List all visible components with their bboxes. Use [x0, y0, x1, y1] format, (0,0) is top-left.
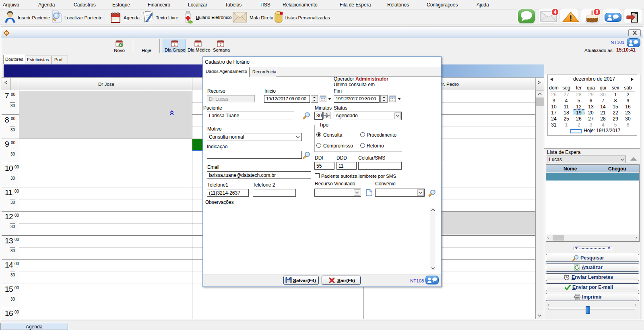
svg-text:1: 1 [197, 43, 199, 47]
svg-text:7: 7 [219, 43, 221, 47]
svg-text:1: 1 [173, 43, 175, 47]
